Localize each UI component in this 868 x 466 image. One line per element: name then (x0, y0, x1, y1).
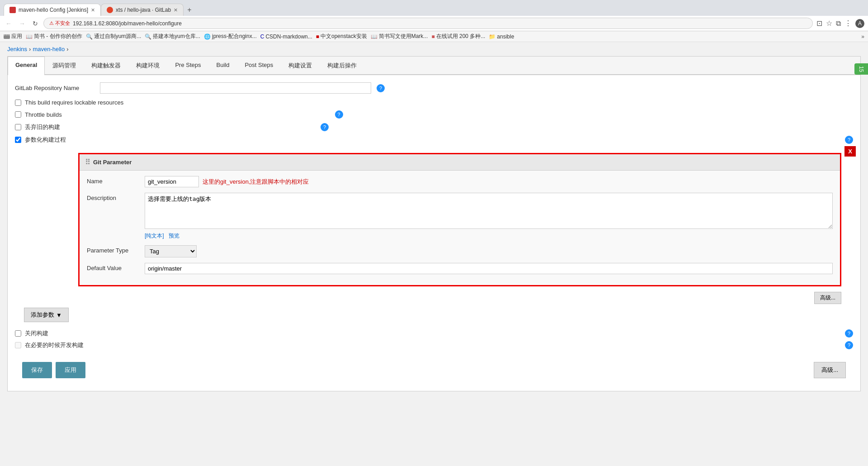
config-content: GitLab Repository Name ? This build requ… (8, 75, 860, 391)
address-icons: ⊡ ☆ ⧉ ⋮ A (816, 19, 864, 28)
jpress-icon: 🌐 (204, 33, 211, 40)
tab-trigger[interactable]: 构建触发器 (84, 57, 128, 74)
tab-jenkins-close[interactable]: ✕ (91, 7, 95, 13)
bookmark-online[interactable]: ■ 在线试用 200 多种... (431, 33, 485, 40)
bookmarks-more-button[interactable]: » (861, 33, 864, 40)
tab-build-settings[interactable]: 构建设置 (281, 57, 320, 74)
bookmark-star-icon[interactable]: ☆ (826, 19, 832, 28)
online-icon: ■ (431, 33, 434, 40)
gp-param-type-select[interactable]: Tag Branch Branch or Tag Revision (145, 245, 197, 257)
tab-gitlab[interactable]: xts / hello-java · GitLab ✕ (101, 4, 184, 16)
forward-button[interactable]: → (17, 19, 27, 28)
gp-param-type-row: Parameter Type Tag Branch Branch or Tag … (87, 245, 833, 257)
drag-handle-icon[interactable]: ⠿ (85, 158, 90, 166)
close-build-section: 关闭构建 ? (15, 329, 853, 338)
throttle-help[interactable]: ? (335, 110, 343, 119)
git-param-title: Git Parameter (93, 159, 132, 166)
git-param-advanced-row: 高级... (24, 292, 841, 304)
bookmark-ansible[interactable]: 📁 ansible (489, 33, 514, 40)
action-buttons: 保存 应用 高级... (15, 357, 853, 384)
trigger-build-help[interactable]: ? (845, 341, 853, 349)
breadcrumb-maven-hello[interactable]: maven-hello (33, 46, 65, 52)
tab-jenkins-label: maven-hello Config [Jenkins] (19, 7, 88, 13)
tab-pre-steps[interactable]: Pre Steps (167, 57, 208, 74)
gp-default-label: Default Value (87, 263, 141, 271)
save-button[interactable]: 保存 (22, 362, 52, 378)
gp-default-input[interactable] (145, 263, 833, 274)
git-param-container: ⠿ Git Parameter Name (24, 147, 841, 304)
lockable-checkbox[interactable] (15, 100, 21, 106)
add-param-row: 添加参数 ▼ (24, 308, 841, 322)
discard-row: 丢弃旧的构建 (15, 123, 60, 131)
close-build-help[interactable]: ? (845, 329, 853, 338)
url-bar[interactable]: ⚠ 不安全 192.168.1.62:8080/job/maven-hello/… (43, 18, 813, 29)
add-param-button[interactable]: 添加参数 ▼ (24, 308, 69, 322)
close-build-row: 关闭构建 (15, 329, 841, 338)
gp-name-input[interactable] (145, 176, 199, 187)
advanced-button[interactable]: 高级... (814, 362, 846, 378)
bookmark-yum1[interactable]: 🔍 通过自制yum源商... (86, 33, 142, 40)
menu-icon[interactable]: ⋮ (844, 19, 852, 28)
apply-button[interactable]: 应用 (56, 362, 85, 378)
bookmark-jianshu[interactable]: 📖 简书 - 创作你的创作 (26, 33, 82, 40)
ansible-icon: 📁 (489, 33, 495, 40)
bookmark-csdn[interactable]: C CSDN-markdown... (260, 33, 312, 40)
trigger-build-row: 在必要的时候开发构建 (15, 341, 841, 349)
tab-jenkins[interactable]: maven-hello Config [Jenkins] ✕ (4, 4, 101, 16)
gp-param-type-label: Parameter Type (87, 245, 141, 254)
parameterized-help[interactable]: ? (845, 136, 853, 144)
tab-general[interactable]: General (8, 57, 45, 75)
back-button[interactable]: ← (4, 19, 14, 28)
git-param-delete-button[interactable]: X (844, 146, 856, 157)
parameterized-label: 参数化构建过程 (25, 136, 66, 144)
tab-env[interactable]: 构建环境 (128, 57, 167, 74)
bookmark-jianshu2[interactable]: 📖 简书写文使用Mark... (371, 33, 428, 40)
gp-description-label: Description (87, 193, 141, 201)
bookmark-jianshu2-label: 简书写文使用Mark... (379, 33, 428, 40)
gp-default-row: Default Value (87, 263, 833, 274)
breadcrumb-sep2: › (66, 46, 68, 52)
close-build-checkbox[interactable] (15, 330, 21, 337)
discard-checkbox[interactable] (15, 124, 21, 130)
parameterized-checkbox[interactable] (15, 137, 21, 143)
bookmark-openstack[interactable]: ■ 中文openstack安装 (316, 33, 367, 40)
tab-gitlab-close[interactable]: ✕ (174, 7, 178, 13)
bookmark-yum2[interactable]: 🔍 搭建本地yum仓库... (145, 33, 200, 40)
breadcrumb-sep1: › (29, 46, 31, 52)
apps-icon (4, 34, 10, 39)
new-tab-button[interactable]: + (184, 4, 195, 16)
add-param-arrow-icon: ▼ (56, 312, 62, 319)
gp-description-textarea[interactable]: 选择需要上线的tag版本 (145, 193, 833, 229)
bookmark-yum1-label: 通过自制yum源商... (94, 33, 142, 40)
jianshu2-icon: 📖 (371, 33, 377, 40)
main-area: General 源码管理 构建触发器 构建环境 Pre Steps Build … (0, 56, 868, 399)
breadcrumb-jenkins[interactable]: Jenkins (7, 46, 27, 52)
extensions-icon[interactable]: ⧉ (836, 19, 841, 28)
tab-gitlab-label: xts / hello-java · GitLab (116, 7, 171, 13)
gitlab-repo-help[interactable]: ? (377, 84, 385, 92)
tab-build[interactable]: Build (209, 57, 237, 74)
add-param-label: 添加参数 (31, 311, 54, 319)
config-tabs: General 源码管理 构建触发器 构建环境 Pre Steps Build … (8, 57, 860, 75)
account-icon[interactable]: A (855, 19, 864, 28)
git-param-body: Name 这里的git_version,注意跟脚本中的相对应 (80, 171, 840, 285)
git-param-advanced-button[interactable]: 高级... (814, 292, 841, 304)
plain-text-link[interactable]: [纯文本] (145, 233, 164, 239)
bookmark-jpress[interactable]: 🌐 jpress-配合nginx... (204, 33, 257, 40)
discard-help[interactable]: ? (321, 123, 329, 131)
trigger-build-checkbox[interactable] (15, 342, 21, 348)
reload-button[interactable]: ↻ (31, 19, 40, 28)
tab-bar: maven-hello Config [Jenkins] ✕ xts / hel… (0, 0, 868, 16)
tab-post-build[interactable]: 构建后操作 (320, 57, 364, 74)
git-param-header: ⠿ Git Parameter (80, 154, 840, 171)
gitlab-repo-input[interactable] (100, 82, 371, 94)
bookmark-apps[interactable]: 应用 (4, 33, 22, 40)
lockable-resources-row: This build requires lockable resources (15, 99, 853, 106)
tab-source[interactable]: 源码管理 (45, 57, 84, 74)
throttle-checkbox[interactable] (15, 111, 21, 118)
gp-default-field (145, 263, 833, 274)
preview-link[interactable]: 预览 (169, 233, 179, 239)
openstack-icon: ■ (316, 33, 319, 40)
tab-post-steps[interactable]: Post Steps (237, 57, 281, 74)
translate-icon[interactable]: ⊡ (816, 19, 822, 28)
